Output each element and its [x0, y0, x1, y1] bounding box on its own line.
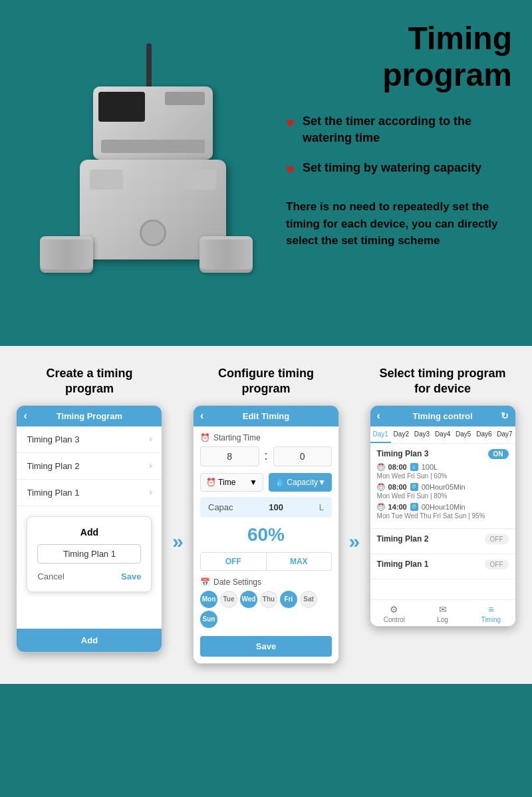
time-min-box[interactable]: 0: [273, 446, 332, 466]
day-tabs: Day1 Day2 Day3 Day4 Day5 Day6 Day7: [370, 426, 515, 444]
heart-icon-2: ♥: [286, 161, 295, 178]
add-dialog: Add Timing Plan 1 Cancel Save: [27, 516, 152, 592]
footer-tab-log[interactable]: ✉ Log: [418, 604, 467, 623]
arrow-2-icon: »: [348, 530, 360, 553]
phone-1-footer-add[interactable]: Add: [17, 629, 162, 652]
plan-2-header: Timing Plan 2 OFF: [377, 534, 509, 544]
log-label: Log: [437, 616, 448, 623]
feature-item-2: ♥ Set timing by watering capacity: [286, 160, 512, 178]
max-button[interactable]: MAX: [267, 553, 332, 570]
footer-tab-timing[interactable]: ≡ Timing: [467, 604, 515, 623]
time-hour-box[interactable]: 8: [200, 446, 259, 466]
plan-3-section: Timing Plan 3 ON ⏰ 08:00 💧 100L Mon We: [370, 444, 515, 529]
add-dialog-input[interactable]: Timing Plan 1: [37, 544, 141, 563]
capacity-value: 100: [269, 502, 283, 512]
back-arrow-1[interactable]: ‹: [23, 410, 27, 422]
plan-1-header: Timing Plan 1 OFF: [377, 559, 509, 569]
day-tab-3[interactable]: Day3: [412, 426, 432, 443]
plan-3-toggle[interactable]: ON: [488, 449, 509, 459]
day-tab-4[interactable]: Day4: [432, 426, 453, 443]
refresh-icon[interactable]: ↻: [501, 410, 509, 421]
day-tue[interactable]: Tue: [220, 591, 237, 608]
valve-detail1: [90, 170, 123, 190]
time-separator: :: [265, 446, 268, 466]
right-pipe: [200, 236, 253, 273]
capacity-unit: L: [319, 502, 324, 512]
day-tab-6[interactable]: Day6: [473, 426, 494, 443]
time-row: 8 : 0: [200, 446, 332, 466]
spacer-1: [17, 602, 162, 629]
cancel-button[interactable]: Cancel: [37, 571, 64, 581]
antenna: [146, 43, 152, 90]
phone-2-header: ‹ Edit Timing: [194, 406, 338, 426]
display-panel: [98, 92, 145, 122]
phone-3-header: ‹ Timing control ↻: [370, 406, 515, 426]
capacity-icon-s2: ⏱: [410, 483, 418, 491]
plan-2-arrow: ›: [149, 461, 152, 470]
plan-1-arrow: ›: [149, 488, 152, 497]
schedule-3-capacity: 00Hour10Min: [422, 503, 466, 511]
connector: [165, 92, 205, 105]
add-dialog-title: Add: [37, 527, 141, 538]
time-dropdown-label: ⏰ Time: [206, 478, 235, 487]
day-mon[interactable]: Mon: [200, 591, 217, 608]
phone-3-footer: ⚙ Control ✉ Log ≡ Timing: [370, 599, 515, 626]
day-tab-5[interactable]: Day5: [453, 426, 473, 443]
day-sat[interactable]: Sat: [300, 591, 317, 608]
plan-1-toggle[interactable]: OFF: [485, 559, 509, 569]
save-timing-button[interactable]: Save: [200, 636, 332, 657]
plan-item-1[interactable]: Timing Plan 1 ›: [17, 480, 162, 506]
plan-item-3[interactable]: Timing Plan 3 ›: [17, 426, 162, 453]
add-dialog-buttons: Cancel Save: [37, 571, 141, 581]
capacity-dropdown-arrow: ▼: [318, 478, 326, 487]
capacity-dropdown-label: 💧 Capacity: [275, 478, 318, 487]
schedule-1: ⏰ 08:00 💧 100L Mon Wed Fri Sun | 60%: [377, 463, 509, 480]
plan-item-2[interactable]: Timing Plan 2 ›: [17, 453, 162, 480]
spacer-3: [370, 579, 515, 599]
page-title: Timing program: [286, 20, 512, 93]
phone-1-title: Timing Program: [57, 411, 122, 421]
plan-1-section: Timing Plan 1 OFF: [370, 554, 515, 579]
clock-icon-s3: ⏰: [377, 503, 385, 511]
timing-label: Timing: [481, 616, 501, 623]
day-tab-2[interactable]: Day2: [391, 426, 412, 443]
schedule-2-time: 08:00: [388, 483, 407, 491]
time-dropdown[interactable]: ⏰ Time ▼: [200, 473, 263, 492]
day-buttons: Mon Tue Wed Thu Fri Sat Sun: [200, 591, 332, 628]
plan-2-toggle[interactable]: OFF: [485, 534, 509, 544]
plan-2-section-title: Timing Plan 2: [377, 534, 429, 544]
day-thu[interactable]: Thu: [260, 591, 277, 608]
capacity-row: Capac 100 L: [200, 497, 332, 518]
off-button[interactable]: OFF: [201, 553, 267, 570]
day-sun[interactable]: Sun: [200, 611, 217, 628]
arrow-2: »: [348, 366, 360, 664]
schedule-3-time-row: ⏰ 14:00 ⏱ 00Hour10Min: [377, 503, 509, 511]
log-icon: ✉: [439, 604, 447, 615]
phone-3-title: Timing control: [413, 411, 473, 421]
arrow-1: »: [172, 366, 184, 664]
timing-icon: ≡: [488, 604, 493, 615]
controller-body: [93, 86, 213, 160]
day-wed[interactable]: Wed: [240, 591, 257, 608]
step-1-title: Create a timingprogram: [46, 366, 132, 397]
capacity-dropdown[interactable]: 💧 Capacity ▼: [269, 473, 332, 492]
clock-icon: ⏰: [200, 433, 210, 442]
save-button[interactable]: Save: [121, 571, 141, 581]
plan-2-section: Timing Plan 2 OFF: [370, 529, 515, 554]
clock-icon-s1: ⏰: [377, 463, 385, 471]
day-tab-1[interactable]: Day1: [370, 426, 391, 443]
feature-text-1: Set the timer according to the watering …: [303, 113, 512, 146]
step-2-column: Configure timingprogram ‹ Edit Timing ⏰ …: [190, 366, 342, 664]
day-tab-7[interactable]: Day7: [494, 426, 515, 443]
plan-3-header: Timing Plan 3 ON: [377, 449, 509, 459]
footer-tab-control[interactable]: ⚙ Control: [370, 604, 419, 623]
right-content: Timing program ♥ Set the timer according…: [273, 20, 512, 333]
schedule-1-time: 08:00: [388, 463, 407, 471]
starting-time-text: Starting Time: [213, 433, 261, 442]
back-arrow-3[interactable]: ‹: [377, 410, 380, 422]
schedule-2-time-row: ⏰ 08:00 ⏱ 00Hour05Min: [377, 483, 509, 491]
back-arrow-2[interactable]: ‹: [200, 410, 203, 422]
phone-1-header: ‹ Timing Program: [17, 406, 162, 426]
schedule-1-days: Mon Wed Fri Sun | 60%: [377, 472, 509, 480]
day-fri[interactable]: Fri: [280, 591, 297, 608]
